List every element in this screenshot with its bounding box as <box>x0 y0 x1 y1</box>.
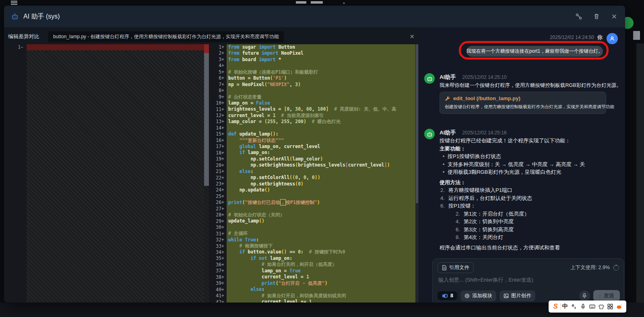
code-token: from <box>228 50 239 56</box>
diff-line-number-added: 33+ <box>209 243 224 249</box>
code-line: print("按键台灯已启动，按P1按键控制") <box>228 200 415 206</box>
code-line: np.update() <box>228 187 415 193</box>
sogou-logo[interactable]: S <box>551 301 560 313</box>
code-token: from <box>228 44 239 50</box>
diff-line-number-added: 11+ <box>209 107 224 113</box>
diff-pane-original <box>27 44 204 303</box>
chinese-mode-toggle[interactable]: 中 <box>561 301 570 313</box>
scrollbar-thumb[interactable] <box>204 53 209 186</box>
code-token: () <box>264 187 270 193</box>
code-token <box>242 237 245 243</box>
ai-message-body: 按键台灯程序已经创建完成！这个程序实现了以下功能： 主要功能： •按P1按键切换… <box>440 137 621 251</box>
code-line: while True: <box>228 237 415 243</box>
diff-line-number-added: 24+ <box>209 187 224 193</box>
emoji-icon[interactable] <box>615 301 624 313</box>
code-line: # 初始化台灯状态（关闭） <box>228 212 415 218</box>
ai-avatar <box>424 129 435 139</box>
diff-pane-modified[interactable]: from sugar import Buttonfrom future impo… <box>227 44 415 303</box>
diff-scrollbar-right[interactable] <box>415 44 419 303</box>
code-token: current_level = <box>228 274 306 280</box>
toolbox-icon[interactable] <box>606 301 615 313</box>
diff-close-icon[interactable]: ✕ <box>409 33 415 40</box>
diff-line-number-added: 31+ <box>209 231 224 237</box>
code-token: ) <box>320 156 323 162</box>
message-input[interactable]: 输入创意... (Shift+Enter换行，Enter发送) <box>438 276 533 284</box>
code-token: brightness_levels = <box>228 106 284 112</box>
diff-scrollbar-left[interactable] <box>204 44 209 303</box>
diff-line-number-added: 35+ <box>209 255 224 261</box>
code-token: 30 <box>295 106 301 112</box>
code-token: : <box>250 169 253 174</box>
add-module-label: 添加模块 <box>472 292 492 299</box>
code-token: # 初始化按键（连接在P1端口）和板载彩灯 <box>228 69 318 75</box>
tool-call-card[interactable]: edit_tool (/button_lamp.py) 创建按键台灯程序，使用方… <box>440 92 606 114</box>
diff-line-number-added: 5+ <box>209 69 224 75</box>
code-token: lamp_on = <box>228 100 256 106</box>
add-module-button[interactable]: 添加模块 <box>460 290 496 301</box>
diff-line-number-added: 42+ <box>209 299 224 303</box>
ai-avatar <box>424 73 435 84</box>
model-count-toggle[interactable]: 8 <box>438 291 457 300</box>
diff-line-number-added: 15+ <box>209 131 224 137</box>
flow-icon[interactable] <box>575 13 582 20</box>
send-label: 发送 <box>604 292 614 299</box>
code-line: np.setColorAll((0, 0, 0)) <box>228 175 415 181</box>
microphone-icon[interactable] <box>579 301 588 313</box>
code-line: np = NeoPixel("NEOPIX", 3) <box>228 82 415 88</box>
code-token: ( <box>264 82 267 87</box>
code-line: current_level = 1 # 当前亮度级别索引 <box>228 113 415 119</box>
tool-description: 创建按键台灯程序，使用方糖按键控制板载彩灯作为台灯光源，实现开关和亮度调节功能 <box>445 104 601 110</box>
diff-line-number-added: 29+ <box>209 218 224 224</box>
user-message-meta: 2025/12/02 14:24:50 你 <box>550 34 603 41</box>
code-token: )) <box>315 175 320 180</box>
microphone-button[interactable] <box>579 290 590 301</box>
code-token: False <box>256 100 270 106</box>
diff-line-number-added: 38+ <box>209 274 224 280</box>
keyboard-icon[interactable] <box>588 301 597 313</box>
code-line <box>228 88 415 94</box>
code-token <box>228 261 262 267</box>
punctuation-icon[interactable] <box>570 301 579 313</box>
code-token: : <box>262 286 264 292</box>
code-token: setColorAll <box>259 156 289 162</box>
code-line <box>228 125 415 131</box>
diff-line-number-added: 27+ <box>209 206 224 212</box>
screen: 1.8KB3.1KB1.2KB37.7KB19.1KB AI 助手 (sys) <box>0 0 644 317</box>
background-window-fragment <box>296 1 306 4</box>
diff-editor: 1− 1+2+3+4+5+6+7+8+9+10+11+12+13+14+15+1… <box>4 44 419 303</box>
chat-message-list[interactable]: 2025/12/02 14:24:50 你 我现在将一个方糖按键连接在port1… <box>419 27 625 251</box>
code-token: * <box>276 57 281 62</box>
list-item: 2.将方糖按键模块插入P1端口 <box>440 186 621 194</box>
image-create-label: 图片创作 <box>511 292 531 299</box>
code-line: if not lamp_on: <box>228 255 415 261</box>
code-token: current_level <box>348 162 384 168</box>
user-avatar <box>607 33 618 44</box>
code-token <box>228 169 239 174</box>
skin-icon[interactable] <box>597 301 606 313</box>
trash-icon[interactable] <box>593 13 600 20</box>
code-token <box>228 286 250 292</box>
code-line: button = Button('P1') <box>228 75 415 81</box>
close-icon[interactable] <box>611 13 618 20</box>
step-list: 2.将方糖按键模块插入P1端口4.运行程序后，台灯默认处于关闭状态6.按P1按键… <box>440 186 621 210</box>
diff-line-number-added: 9+ <box>209 94 224 100</box>
code-token: 1 <box>273 113 276 118</box>
code-token: 255 <box>281 119 290 124</box>
background-menu-icon <box>11 1 17 6</box>
image-create-button[interactable]: 图片创作 <box>500 290 535 301</box>
code-token: ( <box>242 200 245 205</box>
code-line: lamp_on = False <box>228 100 415 106</box>
scrollbar-thumb[interactable] <box>416 44 418 203</box>
background-scrollbar-thumb[interactable] <box>633 31 640 40</box>
send-button[interactable]: ↑ 发送 <box>593 290 620 301</box>
diff-line-number-added: 20+ <box>209 163 224 169</box>
code-token: == <box>287 249 298 255</box>
code-line: else: <box>228 169 415 175</box>
diff-line-number-added: 12+ <box>209 113 224 119</box>
diff-line-number-added: 37+ <box>209 268 224 274</box>
code-token: update_lamp <box>239 131 270 137</box>
diff-line-number-added: 39+ <box>209 280 224 286</box>
code-token: 1 <box>309 299 312 303</box>
diff-line-number-added: 13+ <box>209 119 224 125</box>
reference-file-button[interactable]: 引用文件 <box>438 262 474 273</box>
